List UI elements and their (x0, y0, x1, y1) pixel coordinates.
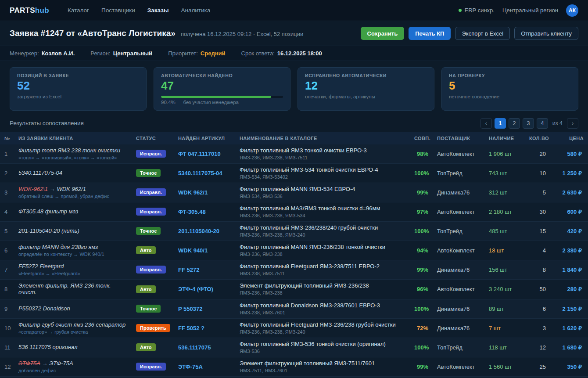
deadline-label: Срок ответа: (241, 50, 275, 57)
send-to-client-button[interactable]: Отправить клиенту (514, 27, 578, 40)
article-link[interactable]: ФТ 047.1117010 (178, 151, 221, 157)
article-link[interactable]: FF 5052 ? (178, 325, 204, 331)
table-row[interactable]: 11 536 1117075 оригинал Авто 536.1117075… (0, 338, 588, 357)
table-row[interactable]: 3 WDK-962\1 → WDK 962/1 обратный слеш → … (0, 183, 588, 202)
client-query-cell: FF5272 Fleetgard «Fleetgard» → «Fleetgua… (14, 260, 132, 279)
col-header-qty: КОЛ-ВО (525, 132, 550, 144)
nav-item[interactable]: Аналитика (181, 7, 210, 14)
article-link[interactable]: 5340.1117075-04 (178, 170, 222, 176)
article-cell: WK 940/20 ? (174, 376, 235, 378)
client-query: ФТ305.48 фильтр маз (18, 209, 127, 215)
quantity: 20 (525, 144, 550, 164)
article-cell: FF 5272 (174, 260, 235, 279)
match-percent: 100% (410, 221, 433, 241)
save-button[interactable]: Сохранить (361, 27, 405, 40)
supplier: АвтоКомплект (433, 376, 484, 378)
article-link[interactable]: ФТ-305.48 (178, 209, 206, 215)
article-link[interactable]: FF 5272 (178, 266, 199, 273)
article-link[interactable]: WDK 940/1 (178, 247, 208, 254)
table-row[interactable]: 2 5340.1117075-04 Точное 5340.1117075-04… (0, 163, 588, 183)
stat-value: 12 (305, 79, 427, 92)
stock: 1 560 шт (484, 357, 525, 376)
stock: 312 шт (484, 183, 525, 202)
nav-item[interactable]: Заказы (147, 7, 169, 14)
match-percent: 100% (410, 163, 433, 183)
table-row[interactable]: 8 Элемент фильтр. ЯМЗ-236 тонк. очист. А… (0, 279, 588, 299)
original-query-struck: WDK-962\1 (18, 186, 48, 192)
stat-label: ИСПРАВЛЕНО АВТОМАТИЧЕСКИ (305, 73, 427, 78)
table-row[interactable]: 12 ЭТФ75А → ЭТФ-75А добавлен дефис Испра… (0, 357, 588, 376)
article-cell: 5340.1117075-04 (174, 163, 235, 183)
article-link[interactable]: ЭТФ-75А (178, 364, 203, 370)
table-row[interactable]: 1 Фильтр топл ЯМЗ 238 тонк очистки «топл… (0, 144, 588, 164)
client-query: FF5272 Fleetgard (18, 263, 127, 270)
catalog-models: ЯМЗ-238, ЯМЗ-7601 (240, 310, 405, 315)
table-row[interactable]: 5 201-1105040-20 (нить) Точное 201.11050… (0, 221, 588, 241)
supplier: АвтоКомплект (433, 279, 484, 299)
price: 600 ₽ (550, 202, 588, 221)
page-next-button[interactable]: › (567, 118, 578, 129)
stock: 18 шт (484, 241, 525, 260)
print-kp-button[interactable]: Печать КП (409, 27, 451, 40)
logo[interactable]: PARTShub (10, 6, 49, 15)
supplier: АвтоКомплект (433, 241, 484, 260)
table-row[interactable]: 6 фильтр MANN для 238го ямз определён по… (0, 241, 588, 260)
nav-item[interactable]: Каталог (68, 7, 89, 14)
table-row[interactable]: 10 Фильтр груб очист ямз 236 сепаратор «… (0, 318, 588, 338)
table-row[interactable]: 9 P550372 Donaldson Точное P 550372 Филь… (0, 299, 588, 318)
status-cell: Авто (132, 338, 174, 357)
status-badge: Авто (136, 285, 156, 293)
priority-value: Средний (201, 50, 226, 57)
status-badge: Авто (136, 343, 156, 351)
region-selector[interactable]: Центральный регион (502, 7, 558, 14)
article-link[interactable]: WDK 962/1 (178, 189, 208, 196)
export-excel-button[interactable]: Экспорт в Excel (455, 27, 510, 40)
quantity: 30 (525, 202, 550, 221)
article-link[interactable]: ЭТФ-4 (ФТО) (178, 286, 213, 292)
nav-item[interactable]: Поставщики (101, 7, 135, 14)
status-badge: Точное (136, 169, 161, 177)
page-button[interactable]: 1 (495, 118, 506, 129)
stat-label: ПОЗИЦИЙ В ЗАЯВКЕ (17, 73, 139, 78)
article-link[interactable]: P 550372 (178, 306, 202, 312)
status-cell: Авто (132, 241, 174, 260)
page-button[interactable]: 3 (523, 118, 534, 129)
table-row[interactable]: 4 ФТ305.48 фильтр маз Исправл. ФТ-305.48… (0, 202, 588, 221)
stat-card-auto-fixed: ИСПРАВЛЕНО АВТОМАТИЧЕСКИ 12 опечатки, фо… (298, 67, 434, 111)
stat-card-auto-found: АВТОМАТИЧЕСКИ НАЙДЕНО 47 90.4% — без уча… (154, 67, 290, 111)
table-row[interactable]: 7 FF5272 Fleetgard «Fleetgard» → «Fleetg… (0, 260, 588, 279)
results-table-body: 1 Фильтр топл ЯМЗ 238 тонк очистки «топл… (0, 144, 588, 378)
status-cell: Проверить (132, 318, 174, 338)
page-prev-button[interactable]: ‹ (480, 118, 492, 129)
catalog-name-cell: Фильтр топливный Fleetguard ЯМЗ-236/238 … (235, 318, 410, 338)
avatar[interactable]: АК (566, 4, 578, 17)
catalog-name-cell: Фильтр топливный MANN ЯМЗ-236/238 тонкой… (235, 241, 410, 260)
match-percent: 100% (410, 299, 433, 318)
catalog-name: Элемент фильтрующий топливный ЯМЗ-236/23… (240, 283, 405, 289)
article-link[interactable]: 201.1105040-20 (178, 228, 219, 234)
page-button[interactable]: 4 (537, 118, 548, 129)
status-cell: Авто (132, 279, 174, 299)
request-header: Заявка #1247 от «АвтоТранс Логистика» по… (0, 21, 588, 46)
catalog-models: ЯМЗ-236, ЯМЗ-238 (240, 290, 405, 295)
article-cell: ФТ-305.48 (174, 202, 235, 221)
match-percent: 98% (410, 144, 433, 164)
catalog-name-cell: Фильтр топливный Donaldson ЯМЗ-238/7601 … (235, 299, 410, 318)
catalog-name-cell: Фильтр топливный Fleetguard ЯМЗ-238/7511… (235, 260, 410, 279)
stat-value: 47 (161, 79, 283, 92)
article-cell: ЭТФ-4 (ФТО) (174, 279, 235, 299)
client-query: Элемент фильтр. ЯМЗ-236 тонк. очист. (18, 283, 127, 296)
client-query-cell: фильтр MANN для 238го ямз определён по к… (14, 241, 132, 260)
article-link[interactable]: 536.1117075 (178, 344, 211, 351)
page-button[interactable]: 2 (509, 118, 520, 129)
client-query: 5340.1117075-04 (18, 170, 127, 176)
correction-note: добавлен дефис (18, 368, 127, 373)
supplier: АвтоКомплект (433, 144, 484, 164)
client-query: Фильтр груб очист ямз 236 сепаратор (18, 322, 127, 328)
supplier: Динамика76 (433, 318, 484, 338)
price: 2 630 ₽ (550, 183, 588, 202)
stat-value: 52 (17, 79, 139, 92)
stat-value: 5 (449, 79, 571, 92)
table-row[interactable]: 13 фильтр на 534 евро4 тонкой определён … (0, 376, 588, 378)
catalog-name-cell: Фильтр топливный ЯМЗ-534 тонкой очистки … (235, 163, 410, 183)
